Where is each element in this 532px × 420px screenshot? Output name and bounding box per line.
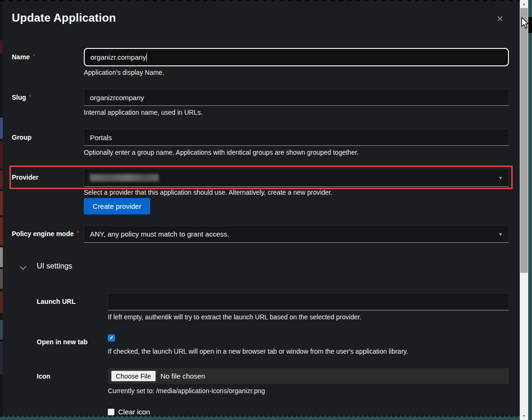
group-label: Group: [12, 134, 32, 141]
caret-down-icon: ▾: [499, 174, 502, 181]
slug-input[interactable]: organizrcompany: [84, 89, 509, 106]
caret-down-icon: ▾: [499, 231, 502, 238]
icon-help: Currently set to: /media/application-ico…: [108, 387, 265, 395]
launch-url-label: Launch URL: [37, 298, 75, 305]
open-in-new-tab-help: If checked, the launch URL will open in …: [108, 348, 408, 355]
backdrop-fragment: [0, 141, 3, 168]
page-title: Update Application: [12, 11, 116, 24]
slug-help: Internal application name, used in URLs.: [84, 109, 202, 116]
group-help: Optionally enter a group name. Applicati…: [84, 149, 359, 156]
check-icon: ✓: [109, 335, 113, 341]
text-caret: [146, 53, 147, 62]
ui-settings-header[interactable]: UI settings: [37, 262, 73, 270]
backdrop-right-fragment: [528, 17, 532, 33]
name-input[interactable]: organizr.company: [84, 48, 509, 66]
update-application-modal: Update Application ✕ Name* organizr.comp…: [0, 0, 532, 420]
open-in-new-tab-checkbox[interactable]: ✓: [108, 334, 115, 341]
policy-engine-mode-label: Policy engine mode*: [12, 230, 79, 238]
backdrop-fragment: [0, 292, 3, 313]
provider-label: Provider: [12, 174, 39, 181]
required-marker: *: [29, 94, 31, 100]
scroll-down-icon[interactable]: ▼: [520, 412, 528, 420]
backdrop-fragment: [0, 269, 3, 289]
provider-redacted-value: [90, 174, 159, 182]
backdrop-fragment: [0, 170, 3, 189]
icon-file-input[interactable]: Choose File No file chosen: [108, 368, 509, 384]
launch-url-help: If left empty, authentik will try to ext…: [108, 313, 362, 321]
backdrop-fragment: [0, 341, 3, 374]
backdrop-fragment: [0, 40, 3, 54]
policy-engine-mode-select[interactable]: ANY, any policy must match to grant acce…: [84, 225, 509, 243]
policy-engine-mode-value: ANY, any policy must match to grant acce…: [90, 230, 229, 238]
backdrop-fragment: [0, 217, 3, 246]
chevron-down-icon[interactable]: [21, 264, 26, 269]
slug-input-value: organizrcompany: [90, 94, 144, 102]
vertical-scrollbar[interactable]: ▲ ▼: [520, 0, 528, 420]
name-help: Application's display Name.: [84, 69, 164, 76]
backdrop-fragment: [0, 191, 3, 215]
clear-icon-label: Clear icon: [118, 408, 150, 416]
name-input-value: organizr.company: [90, 53, 146, 61]
choose-file-button[interactable]: Choose File: [111, 371, 156, 381]
required-marker: *: [76, 230, 79, 237]
backdrop-bottom-strip: [0, 416, 532, 420]
backdrop-fragment: [0, 320, 3, 340]
group-input[interactable]: Portals: [84, 129, 509, 146]
modal-focus-outline-top: [0, 0, 520, 1]
backdrop-fragment: [0, 247, 3, 267]
backdrop-left-strip: [0, 0, 3, 420]
name-label: Name*: [12, 53, 35, 61]
close-icon[interactable]: ✕: [494, 13, 506, 24]
backdrop-right-strip: [528, 0, 532, 420]
launch-url-input[interactable]: [108, 293, 509, 310]
group-input-value: Portals: [90, 134, 112, 142]
create-provider-button[interactable]: Create provider: [84, 198, 150, 214]
slug-label: Slug*: [12, 94, 31, 101]
backdrop-fragment: [0, 118, 3, 139]
file-chosen-status: No file chosen: [161, 372, 205, 380]
open-in-new-tab-label: Open in new tab: [37, 338, 88, 346]
icon-label: Icon: [37, 372, 50, 380]
scrollbar-thumb[interactable]: [520, 8, 528, 273]
clear-icon-checkbox[interactable]: [108, 409, 114, 415]
required-marker: *: [32, 53, 35, 60]
provider-select[interactable]: ▾: [84, 169, 509, 187]
scroll-up-icon[interactable]: ▲: [520, 0, 528, 8]
provider-help: Select a provider that this application …: [84, 189, 332, 196]
